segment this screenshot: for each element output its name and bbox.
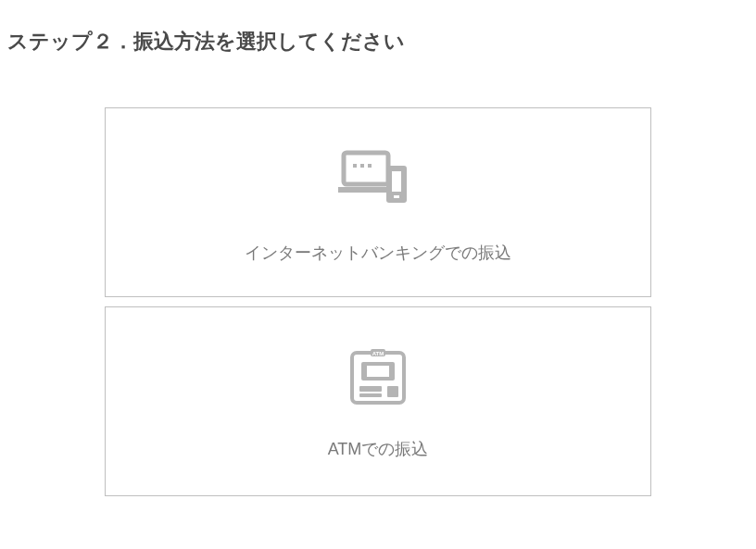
svg-rect-7: [394, 195, 399, 198]
step-title: ステップ２．振込方法を選択してください: [7, 28, 756, 56]
atm-icon: ATM: [348, 349, 408, 406]
internet-banking-icon: [338, 147, 418, 210]
svg-text:ATM: ATM: [372, 350, 384, 356]
option-atm[interactable]: ATM ATMでの振込: [105, 306, 651, 496]
svg-rect-13: [359, 386, 382, 392]
svg-rect-4: [338, 187, 392, 193]
svg-rect-6: [392, 171, 401, 192]
option-label: インターネットバンキングでの振込: [245, 242, 511, 264]
svg-rect-14: [359, 393, 382, 397]
svg-rect-0: [344, 153, 388, 184]
svg-rect-2: [360, 164, 364, 168]
svg-rect-15: [387, 386, 398, 397]
option-label: ATMでの振込: [328, 438, 429, 460]
svg-rect-1: [353, 164, 357, 168]
options-list: インターネットバンキングでの振込 ATM ATMでの振込: [0, 107, 756, 496]
svg-rect-12: [367, 366, 389, 377]
svg-rect-3: [368, 164, 372, 168]
option-internet-banking[interactable]: インターネットバンキングでの振込: [105, 107, 651, 297]
